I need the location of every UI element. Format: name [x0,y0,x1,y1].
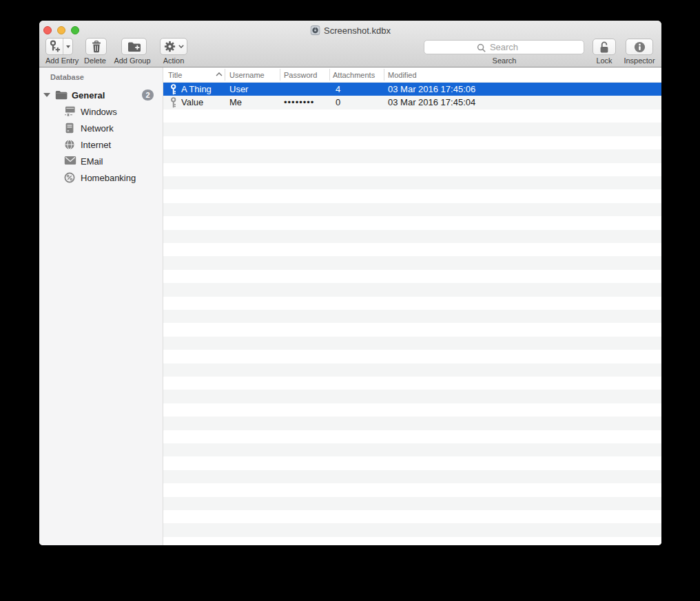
sidebar-item-label: General [72,90,105,101]
add-entry-button[interactable] [45,38,73,55]
add-entry-dropdown-arrow-icon[interactable] [63,39,72,54]
table-body: A Thing User 4 03 Mar 2016 17:45:06 [163,83,661,545]
chevron-down-icon [178,45,184,48]
sidebar-item-label: EMail [81,156,103,167]
sidebar-section-header: Database [50,73,84,81]
add-group-button[interactable] [121,38,147,55]
window-title: Screenshot.kdbx [324,25,391,36]
lock-label: Lock [593,56,616,65]
trash-icon [91,41,102,53]
inspector-label: Inspector [620,56,659,65]
table-row[interactable]: Value Me •••••••• 0 03 Mar 2016 17:45:04 [163,96,661,109]
sidebar-item-internet[interactable]: Internet [39,136,163,153]
window-chrome: Screenshot.kdbx [39,21,661,67]
entry-count-badge: 2 [142,89,154,101]
open-padlock-icon [599,41,610,54]
sidebar: Database General 2 [39,67,163,545]
info-icon [634,41,646,53]
folder-icon [55,90,68,100]
window-title-group: Screenshot.kdbx [310,25,391,36]
folder-plus-icon [127,41,141,52]
column-header-title[interactable]: Title [168,67,182,83]
column-header-username[interactable]: Username [229,67,265,83]
cell-modified: 03 Mar 2016 17:45:06 [388,83,475,96]
column-header-password[interactable]: Password [284,67,317,83]
column-header-modified[interactable]: Modified [388,67,417,83]
minimize-window-button[interactable] [57,26,65,34]
document-icon [310,25,320,35]
key-icon [169,97,178,109]
cell-modified: 03 Mar 2016 17:45:04 [388,96,475,109]
action-label: Action [161,56,187,65]
cell-username: Me [229,96,242,109]
sidebar-item-label: Network [81,123,114,134]
disclosure-triangle-icon[interactable] [43,93,50,97]
inspector-button[interactable] [626,39,653,55]
cell-password: •••••••• [284,96,314,109]
sidebar-item-label: Homebanking [81,173,136,183]
table-header: Title Username Password Attachments Modi… [163,67,661,83]
sidebar-item-label: Internet [81,140,111,150]
zoom-window-button[interactable] [71,26,79,34]
envelope-icon [64,156,76,165]
delete-button[interactable] [85,38,107,55]
sidebar-item-email[interactable]: EMail [39,153,163,169]
key-plus-icon[interactable] [46,39,63,54]
cell-username: User [229,83,248,96]
delete-label: Delete [83,56,107,65]
search-input[interactable] [424,41,584,54]
app-window: Screenshot.kdbx [39,21,661,545]
cell-title: Value [181,96,203,109]
add-group-label: Add Group [113,56,152,65]
cell-attachments: 4 [336,83,340,96]
search-label: Search [484,56,525,65]
action-button[interactable] [160,38,187,55]
sort-ascending-icon [216,72,223,76]
table-row[interactable]: A Thing User 4 03 Mar 2016 17:45:06 [163,83,661,96]
sidebar-item-label: Windows [81,107,117,117]
sidebar-item-windows[interactable]: Windows [39,103,163,120]
server-icon [64,123,75,134]
sidebar-item-homebanking[interactable]: Homebanking [39,169,163,186]
entry-list: Title Username Password Attachments Modi… [163,67,661,545]
gear-icon [164,41,176,52]
search-field[interactable] [424,40,584,54]
cell-title: A Thing [181,83,212,96]
key-icon [169,84,178,96]
close-window-button[interactable] [43,26,52,34]
percent-icon [64,172,75,183]
lock-button[interactable] [593,39,616,55]
sidebar-item-general[interactable]: General 2 [39,87,163,103]
windows-network-icon [64,106,76,117]
cell-attachments: 0 [336,96,340,109]
desktop-background: Screenshot.kdbx [0,0,700,601]
empty-row-stripes [163,109,661,545]
sidebar-item-network[interactable]: Network [39,120,163,136]
column-header-attachments[interactable]: Attachments [333,67,375,83]
add-entry-label: Add Entry [45,56,79,65]
globe-icon [64,139,75,150]
